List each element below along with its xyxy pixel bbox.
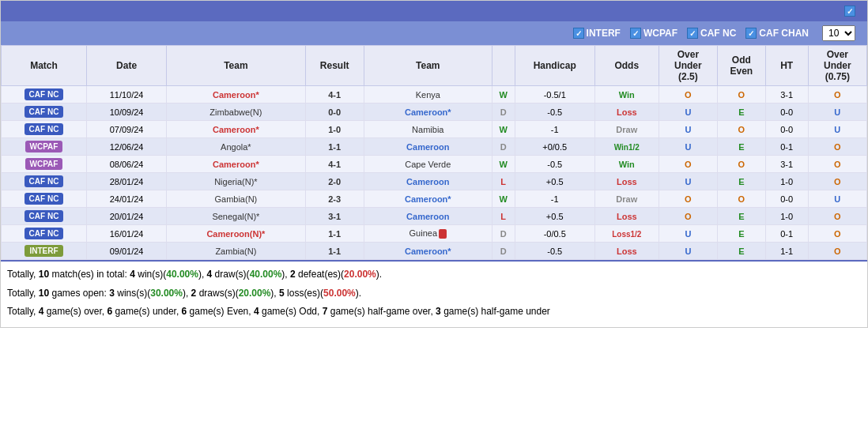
wdl-value: L [500,177,506,186]
match-badge: CAF NC [25,88,64,100]
team1-name: Angola* [221,142,251,152]
team1-name: Cameroon* [213,125,259,134]
games-count-select[interactable]: 10 20 30 [822,25,855,41]
cell-ou075: O [808,225,866,243]
filter-cafchan[interactable]: ✓ CAF CHAN [745,28,809,39]
cell-date: 12/06/24 [86,138,166,156]
col-result: Result [305,46,364,86]
cell-ou25: O [659,208,717,225]
ou25-value: U [685,177,691,186]
cell-oddeven: O [718,156,766,173]
result-score: 3-1 [328,212,341,221]
team1-name: Gambia(N) [214,194,257,204]
wdl-value: D [500,229,507,239]
summary-pct-red: 50.00% [323,288,356,299]
cell-date: 10/09/24 [86,104,166,121]
cell-oddeven: E [718,225,766,243]
summary-text: ). [376,269,382,280]
cafnc-checkbox[interactable]: ✓ [687,28,698,39]
cell-badge: CAF NC [2,190,87,208]
summary-text: draw(s)( [212,269,249,280]
summary-text: loss(es)( [285,288,323,299]
cell-ht: 0-0 [765,190,808,208]
display-notes-toggle[interactable]: ✓ [844,6,859,17]
ou25-value: U [685,107,691,117]
team2-name: Cameroon* [405,194,451,204]
cell-wdl: D [492,225,515,243]
ou25-value: U [685,125,691,134]
summary-number: 5 [279,288,285,299]
ou25-value: O [685,212,692,221]
odds-value: Loss [617,107,637,117]
col-wdl [492,46,515,86]
result-score: 1-1 [328,247,341,256]
filter-wcpaf[interactable]: ✓ WCPAF [630,28,677,39]
result-score: 1-1 [328,229,341,239]
cell-team1: Cameroon(N)* [167,225,305,243]
match-badge: CAF NC [25,193,64,205]
summary-text: game(s) Even, [187,306,254,317]
table-row: CAF NC 10/09/24 Zimbabwe(N) 0-0 Cameroon… [2,104,867,121]
ou075-value: U [834,107,840,117]
result-score: 0-0 [328,107,341,117]
match-badge: CAF NC [25,175,64,187]
summary-text: match(es) in total: [49,269,130,280]
interf-label: INTERF [587,28,621,39]
filter-cafnc[interactable]: ✓ CAF NC [687,28,736,39]
cell-oddeven: E [718,173,766,190]
cell-handicap: -0/0.5 [515,225,594,243]
cell-result: 2-0 [305,173,364,190]
ou075-value: O [834,142,841,152]
team1-name: Cameroon(N)* [206,229,265,239]
wdl-value: W [499,194,507,204]
cell-ou075: O [808,156,866,173]
summary-pct-green: 30.00% [150,288,183,299]
table-row: INTERF 09/01/24 Zambia(N) 1-1 Cameroon* … [2,243,867,260]
cell-wdl: D [492,104,515,121]
match-badge: WCPAF [25,158,63,170]
cell-ou075: O [808,208,866,225]
cell-oddeven: O [718,86,766,104]
cell-badge: CAF NC [2,208,87,225]
result-score: 4-1 [328,160,341,169]
table-row: CAF NC 28/01/24 Nigeria(N)* 2-0 Cameroon… [2,173,867,190]
games-selector[interactable]: 10 20 30 [818,25,859,41]
match-badge: CAF NC [25,123,64,135]
odds-value: Win1/2 [614,143,640,152]
cell-ht: 0-1 [765,138,808,156]
cell-result: 1-1 [305,243,364,260]
result-score: 1-0 [328,125,341,134]
wcpaf-checkbox[interactable]: ✓ [630,28,641,39]
cell-ou075: U [808,104,866,121]
filter-bar: ✓ INTERF ✓ WCPAF ✓ CAF NC ✓ CAF CHAN 10 … [1,21,867,45]
cell-result: 2-3 [305,190,364,208]
interf-checkbox[interactable]: ✓ [573,28,584,39]
summary-number: 4 [130,269,135,280]
cell-handicap: -0.5/1 [515,86,594,104]
cell-result: 1-0 [305,121,364,138]
cafchan-checkbox[interactable]: ✓ [745,28,757,39]
cell-badge: CAF NC [2,173,87,190]
cell-odds: Win [594,156,659,173]
team1-name: Nigeria(N)* [214,177,257,186]
ou25-value: U [685,142,691,152]
col-handicap: Handicap [515,46,594,86]
cell-ou25: U [659,138,717,156]
table-row: CAF NC 16/01/24 Cameroon(N)* 1-1 Guinea … [2,225,867,243]
oe-value: O [738,90,745,100]
oe-value: O [738,125,745,134]
display-notes-checkbox[interactable]: ✓ [844,6,855,17]
summary-text: game(s) half-game over, [327,306,436,317]
summary-text: Totally, [7,288,39,299]
wdl-value: L [500,212,506,221]
filter-interf[interactable]: ✓ INTERF [573,28,621,39]
cell-ou25: U [659,121,717,138]
cell-odds: Loss [594,104,659,121]
team2-name: Cameroon* [405,107,451,117]
cell-team2: Kenya [364,86,492,104]
wdl-value: W [499,160,507,169]
cell-team2: Cameroon* [364,104,492,121]
team2-name: Cameroon [406,142,449,152]
cell-oddeven: E [718,208,766,225]
summary-text: ), [270,288,279,299]
